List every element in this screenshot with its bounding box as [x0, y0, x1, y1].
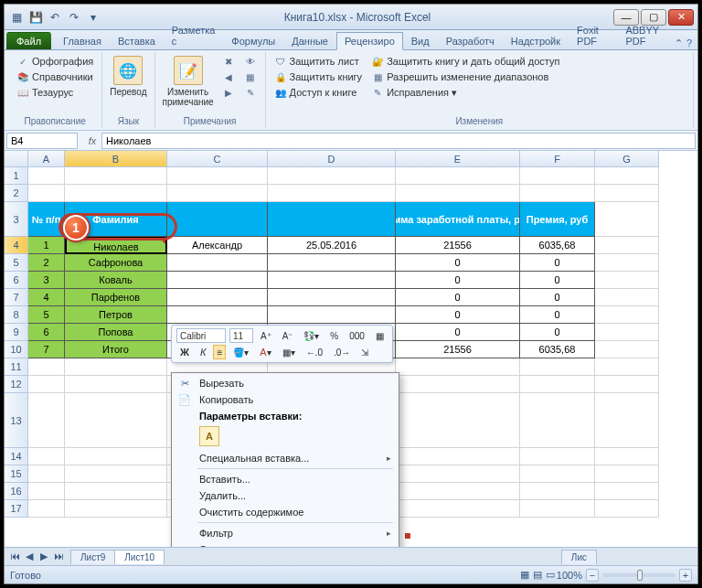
dec-inc-icon[interactable]: ←.0	[303, 345, 326, 359]
cell[interactable]	[396, 465, 520, 483]
cell[interactable]	[65, 448, 167, 465]
sheet-tab[interactable]: Лист10	[114, 550, 165, 564]
row-header[interactable]: 12	[5, 376, 28, 393]
cell[interactable]: 0	[520, 254, 595, 272]
share-book-button[interactable]: 👥Доступ к книге	[271, 85, 366, 100]
tab-review[interactable]: Рецензиро	[336, 32, 403, 50]
cell[interactable]: 7	[28, 341, 65, 358]
thesaurus-button[interactable]: 📖Тезаурус	[14, 85, 96, 100]
ribbon-minimize-icon[interactable]: ⌃	[675, 37, 683, 49]
col-header[interactable]: G	[595, 151, 659, 167]
cell[interactable]	[520, 500, 595, 518]
sheet-tab[interactable]: Лист9	[70, 550, 115, 564]
cell[interactable]	[595, 448, 659, 465]
row-header[interactable]: 6	[5, 272, 28, 289]
show-comment-btn[interactable]: 👁	[241, 54, 260, 69]
cell[interactable]: 0	[520, 289, 595, 306]
cell[interactable]	[268, 185, 396, 202]
tab-foxit[interactable]: Foxit PDF	[569, 21, 617, 49]
cell[interactable]	[167, 254, 268, 272]
sheet-tab-partial[interactable]: Лис	[561, 550, 597, 564]
tab-formulas[interactable]: Формулы	[223, 32, 283, 49]
font-color-icon[interactable]: A▾	[256, 345, 274, 359]
tab-view[interactable]: Вид	[403, 32, 438, 49]
cell[interactable]	[28, 376, 65, 393]
cell[interactable]	[65, 500, 167, 518]
bold-icon[interactable]: Ж	[176, 345, 193, 359]
row-header[interactable]: 17	[5, 500, 28, 518]
cell[interactable]: 21556	[396, 341, 520, 358]
col-header[interactable]: B	[65, 151, 167, 167]
show-all-btn[interactable]: ▦	[241, 69, 260, 84]
cell[interactable]	[595, 289, 659, 306]
cell[interactable]: 21556	[396, 237, 520, 254]
cell[interactable]	[396, 167, 520, 185]
row-header[interactable]: 11	[5, 358, 28, 376]
styles-icon[interactable]: ▦	[372, 328, 388, 343]
row-header[interactable]: 16	[5, 483, 28, 500]
cell[interactable]: 0	[396, 289, 520, 306]
tab-data[interactable]: Данные	[283, 32, 336, 49]
cell[interactable]	[28, 448, 65, 465]
cell[interactable]	[396, 483, 520, 500]
cell[interactable]: Коваль	[65, 272, 167, 289]
fill-color-icon[interactable]: 🪣▾	[229, 345, 252, 359]
row-header[interactable]: 14	[5, 448, 28, 465]
tab-addins[interactable]: Надстройк	[503, 32, 569, 49]
cell[interactable]: Александр	[167, 237, 268, 254]
italic-icon[interactable]: К	[197, 345, 209, 359]
research-button[interactable]: 📚Справочники	[14, 69, 96, 84]
cell[interactable]: 6035,68	[520, 341, 595, 358]
cell[interactable]	[595, 324, 659, 341]
cell[interactable]	[595, 202, 659, 237]
cell[interactable]	[595, 465, 659, 483]
center-icon[interactable]: ≡	[213, 345, 226, 359]
col-header[interactable]: E	[396, 151, 520, 167]
cell[interactable]: 25.05.2016	[268, 237, 396, 254]
cell[interactable]: 5	[28, 306, 65, 324]
view-break-icon[interactable]: ▭	[546, 569, 555, 581]
cell[interactable]	[167, 289, 268, 306]
row-header[interactable]: 7	[5, 289, 28, 306]
cell[interactable]	[520, 376, 595, 393]
grow-font-icon[interactable]: A⁺	[257, 328, 275, 343]
sheet-prev-icon[interactable]: ◀	[23, 551, 36, 562]
translate-button[interactable]: 🌐Перевод	[108, 54, 148, 114]
cell-header[interactable]	[268, 202, 396, 237]
merge-icon[interactable]: ⇲	[357, 345, 372, 359]
cell[interactable]: 1	[28, 237, 65, 254]
cell[interactable]: 0	[520, 306, 595, 324]
next-comment-btn[interactable]: ▶	[219, 85, 238, 100]
cell[interactable]	[28, 393, 65, 448]
cell[interactable]	[65, 358, 167, 376]
cell-header[interactable]: № п/п	[28, 202, 65, 237]
view-layout-icon[interactable]: ▤	[533, 569, 542, 581]
ctx-delete[interactable]: Удалить...	[174, 487, 397, 504]
cell[interactable]	[520, 167, 595, 185]
col-header[interactable]: F	[520, 151, 595, 167]
sheet-last-icon[interactable]: ⏭	[52, 551, 65, 562]
cell[interactable]	[595, 237, 659, 254]
cell[interactable]	[396, 376, 520, 393]
cell[interactable]	[396, 500, 520, 518]
cell[interactable]: 3	[28, 272, 65, 289]
cell[interactable]	[520, 448, 595, 465]
cell[interactable]	[167, 185, 268, 202]
cell[interactable]: Парфенов	[65, 289, 167, 306]
cell[interactable]: 0	[396, 272, 520, 289]
zoom-out-button[interactable]: −	[586, 569, 599, 582]
tab-developer[interactable]: Разработч	[438, 32, 503, 49]
show-ink-btn[interactable]: ✎	[241, 85, 260, 100]
cell[interactable]	[595, 254, 659, 272]
row-header[interactable]: 3	[5, 202, 28, 237]
cell[interactable]: 0	[520, 272, 595, 289]
help-icon[interactable]: ?	[686, 37, 692, 49]
cell[interactable]	[396, 185, 520, 202]
mini-size-combo[interactable]: 11	[229, 328, 253, 343]
prev-comment-btn[interactable]: ◀	[219, 69, 238, 84]
cell[interactable]	[396, 358, 520, 376]
mini-font-combo[interactable]: Calibri	[176, 328, 226, 343]
cell[interactable]	[65, 376, 167, 393]
delete-comment-btn[interactable]: ✖	[219, 54, 238, 69]
name-box[interactable]: B4	[6, 133, 78, 149]
